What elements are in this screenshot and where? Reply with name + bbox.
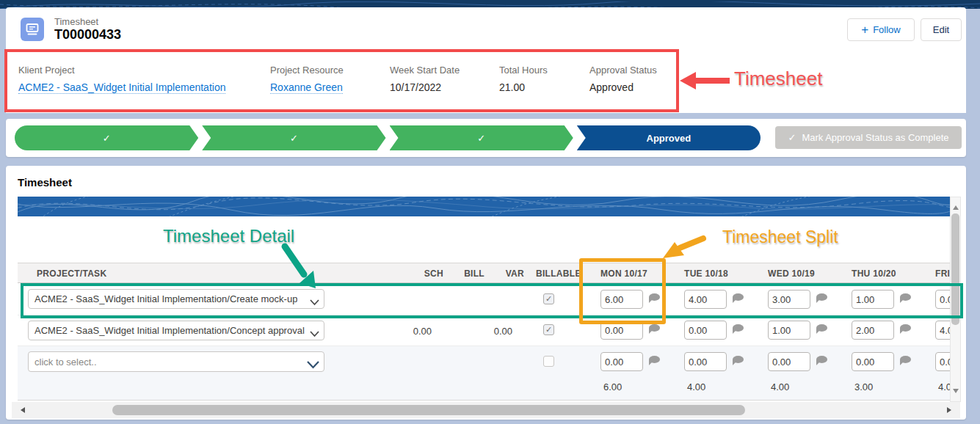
- horizontal-scrollbar-thumb[interactable]: [112, 405, 745, 415]
- vertical-scrollbar-thumb[interactable]: [951, 213, 959, 325]
- check-icon: ✓: [477, 133, 485, 144]
- comment-icon[interactable]: [900, 324, 911, 332]
- sch-value-row2: 0.00: [373, 326, 432, 337]
- chevron-down-icon: [307, 359, 319, 372]
- scroll-right-icon[interactable]: [947, 407, 954, 413]
- total-mon: 6.00: [603, 381, 622, 392]
- path-track: ✓ ✓ ✓ Approved: [15, 125, 761, 150]
- horizontal-scrollbar[interactable]: [12, 402, 960, 418]
- check-icon: ✓: [545, 325, 552, 335]
- chevron-down-icon: [310, 327, 319, 340]
- task-select-row3[interactable]: click to select..: [28, 351, 324, 372]
- var-value-row2: 0.00: [454, 326, 512, 337]
- col-tue: TUE 10/18: [684, 263, 728, 284]
- follow-button[interactable]: + Follow: [847, 18, 915, 41]
- hours-input-row1-tue[interactable]: [684, 290, 727, 309]
- col-var: VAR: [465, 263, 524, 284]
- path-stage-1[interactable]: ✓: [15, 125, 198, 150]
- timesheet-card: Timesheet PROJECT/TASK SCH BILL VAR BILL…: [6, 166, 966, 420]
- hours-input-row3-thu[interactable]: [852, 352, 894, 371]
- comment-icon[interactable]: [649, 356, 660, 363]
- col-wed: WED 10/19: [768, 263, 815, 284]
- billable-checkbox-row2[interactable]: ✓: [543, 324, 554, 335]
- hours-input-row3-mon[interactable]: [600, 352, 643, 371]
- scroll-down-icon[interactable]: [953, 389, 959, 396]
- current-stage-label: Approved: [647, 133, 692, 144]
- check-icon: ✓: [788, 132, 796, 143]
- total-tue: 4.00: [687, 381, 705, 392]
- billable-checkbox-row3[interactable]: [543, 356, 554, 367]
- hours-input-row3-tue[interactable]: [684, 352, 727, 371]
- task-select-value: ACME2 - SaaS_Widget Initial Implementati…: [35, 293, 297, 304]
- col-billable: BILLABLE: [536, 263, 581, 284]
- comment-icon[interactable]: [649, 293, 660, 301]
- check-icon: ✓: [103, 133, 111, 144]
- total-wed: 4.00: [771, 381, 789, 392]
- hours-input-row3-fri[interactable]: [935, 352, 950, 371]
- path-stage-approved[interactable]: Approved: [577, 125, 761, 150]
- comment-icon[interactable]: [733, 356, 744, 363]
- col-mon: MON 10/17: [600, 263, 647, 284]
- mark-complete-label: Mark Approval Status as Complete: [802, 132, 948, 143]
- plus-icon: +: [861, 23, 868, 36]
- hours-input-row2-mon[interactable]: [600, 321, 643, 340]
- field-klient-project: Klient Project ACME2 - SaaS_Widget Initi…: [18, 65, 239, 94]
- table-header-row: PROJECT/TASK SCH BILL VAR BILLABLE MON 1…: [18, 263, 950, 283]
- mark-complete-button[interactable]: ✓ Mark Approval Status as Complete: [775, 126, 962, 149]
- hours-input-row2-tue[interactable]: [684, 321, 727, 340]
- comment-icon[interactable]: [816, 356, 827, 363]
- task-select-row2[interactable]: ACME2 - SaaS_Widget Initial Implementati…: [28, 321, 324, 340]
- col-fri: FRI: [935, 263, 950, 284]
- comment-icon[interactable]: [900, 356, 911, 363]
- check-icon: ✓: [290, 133, 298, 144]
- scroll-up-icon[interactable]: [953, 202, 959, 210]
- hours-input-row1-mon[interactable]: [600, 290, 643, 309]
- col-thu: THU 10/20: [852, 263, 896, 284]
- section-title: Timesheet: [18, 176, 72, 189]
- total-fri: 4.00: [938, 381, 950, 392]
- hours-input-row3-wed[interactable]: [768, 352, 810, 371]
- col-project-task: PROJECT/TASK: [37, 263, 106, 284]
- approval-status-value: Approved: [589, 81, 634, 93]
- timesheet-icon: [21, 18, 44, 41]
- comment-icon[interactable]: [900, 293, 911, 301]
- comment-icon[interactable]: [816, 293, 827, 301]
- comment-icon[interactable]: [816, 324, 827, 332]
- record-header: Timesheet T00000433 + Follow Edit: [6, 7, 966, 51]
- hours-input-row2-wed[interactable]: [768, 321, 810, 340]
- total-hours-value: 21.00: [499, 81, 525, 93]
- billable-checkbox-row1[interactable]: ✓: [543, 293, 554, 304]
- approval-path: ✓ ✓ ✓ Approved ✓ Mark Approval Status as…: [6, 119, 966, 157]
- hours-input-row1-fri[interactable]: [935, 290, 950, 309]
- table-body: ACME2 - SaaS_Widget Initial Implementati…: [18, 283, 950, 401]
- path-stage-2[interactable]: ✓: [202, 125, 385, 150]
- check-icon: ✓: [545, 294, 552, 304]
- week-start-date-value: 10/17/2022: [390, 81, 441, 93]
- record-type-label: Timesheet: [54, 16, 98, 27]
- hours-input-row1-thu[interactable]: [852, 290, 894, 309]
- hours-input-row2-thu[interactable]: [852, 321, 894, 340]
- task-select-value: ACME2 - SaaS_Widget Initial Implementati…: [35, 325, 305, 336]
- path-stage-3[interactable]: ✓: [390, 125, 573, 150]
- follow-label: Follow: [873, 24, 901, 35]
- scroll-left-icon[interactable]: [18, 407, 25, 413]
- field-approval-status: Approval Status Approved: [589, 65, 810, 94]
- chevron-down-icon: [310, 296, 319, 309]
- task-select-row1[interactable]: ACME2 - SaaS_Widget Initial Implementati…: [28, 289, 324, 309]
- total-thu: 3.00: [854, 381, 873, 392]
- hours-input-row2-fri[interactable]: [935, 321, 950, 340]
- task-select-placeholder: click to select..: [35, 357, 97, 368]
- field-label: Klient Project: [18, 65, 239, 76]
- klient-project-link[interactable]: ACME2 - SaaS_Widget Initial Implementati…: [18, 81, 225, 94]
- project-resource-link[interactable]: Roxanne Green: [270, 81, 343, 94]
- vertical-scrollbar[interactable]: [950, 197, 961, 402]
- highlights-panel: Klient Project ACME2 - SaaS_Widget Initi…: [6, 51, 966, 113]
- edit-button[interactable]: Edit: [921, 18, 962, 41]
- page-title: T00000433: [54, 27, 121, 43]
- comment-icon[interactable]: [649, 324, 660, 332]
- comment-icon[interactable]: [733, 324, 744, 332]
- decorative-banner: [18, 197, 950, 216]
- comment-icon[interactable]: [733, 293, 744, 301]
- hours-input-row1-wed[interactable]: [768, 290, 810, 309]
- contour-pattern-decoration: [18, 197, 950, 216]
